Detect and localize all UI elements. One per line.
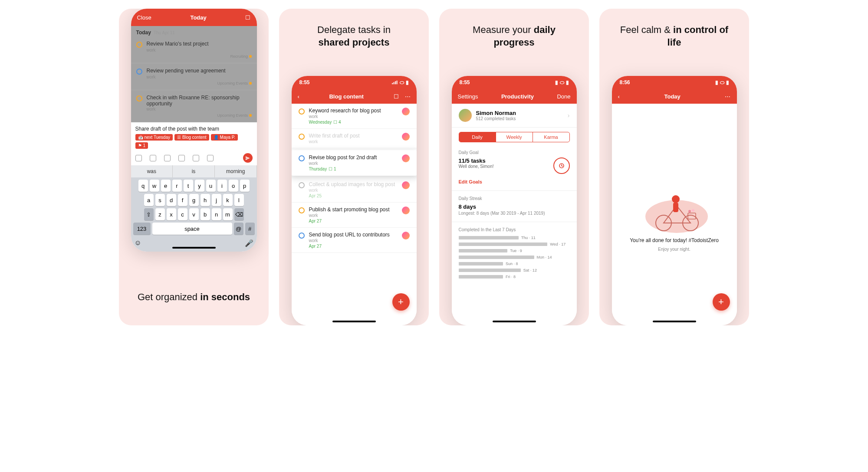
segment-daily[interactable]: Daily — [459, 132, 496, 142]
task-row[interactable]: Review Mario's test projectworkRecruitin… — [131, 36, 257, 63]
at-key[interactable]: @ — [234, 223, 243, 235]
key-h[interactable]: h — [201, 194, 210, 206]
key-b[interactable]: b — [201, 208, 210, 220]
settings-button[interactable]: Settings — [458, 93, 478, 100]
signal-icon — [392, 80, 398, 85]
task-row[interactable]: Publish & start promoting blog postworkA… — [292, 203, 417, 228]
flag-icon[interactable] — [178, 155, 185, 161]
key-s[interactable]: s — [155, 194, 165, 206]
task-checkbox[interactable] — [299, 155, 305, 161]
key-o[interactable]: o — [229, 180, 238, 192]
task-row[interactable]: Write first draft of postwork — [292, 129, 417, 148]
ios-keyboard[interactable]: wasismorning qwertyuiop asdfghjkl ⇧ zxcv… — [131, 165, 257, 252]
key-j[interactable]: j — [212, 194, 221, 206]
key-g[interactable]: g — [189, 194, 199, 206]
history-bar — [459, 243, 548, 246]
list-icon[interactable] — [150, 155, 156, 161]
emoji-key[interactable]: ☺ — [135, 239, 141, 247]
suggestion[interactable]: was — [131, 165, 173, 177]
history-label: Tue · 9 — [510, 249, 522, 253]
task-title: Check in with Roxanne RE: sponsorship op… — [147, 95, 252, 107]
task-row[interactable]: Send blog post URL to contributorsworkAp… — [292, 228, 417, 253]
task-checkbox[interactable] — [136, 42, 142, 48]
key-p[interactable]: p — [240, 180, 250, 192]
back-button[interactable]: ‹ — [298, 93, 299, 100]
calendar-icon[interactable] — [135, 155, 142, 161]
key-v[interactable]: v — [189, 208, 199, 220]
add-task-fab[interactable]: + — [713, 293, 730, 311]
task-row[interactable]: Revise blog post for 2nd draftworkThursd… — [292, 150, 417, 176]
close-button[interactable]: Close — [137, 14, 151, 21]
key-t[interactable]: t — [184, 180, 193, 192]
cast-icon[interactable]: ☐ — [245, 14, 250, 21]
key-f[interactable]: f — [178, 194, 187, 206]
key-y[interactable]: y — [195, 180, 204, 192]
key-x[interactable]: x — [167, 208, 176, 220]
task-title: Publish & start promoting blog post — [309, 206, 398, 213]
pill-date[interactable]: 📅next Tuesday — [135, 134, 173, 141]
task-checkbox[interactable] — [136, 69, 142, 75]
comment-icon[interactable] — [207, 155, 214, 161]
profile-row[interactable]: Simon Norman 512 completed tasks › — [452, 104, 577, 128]
mic-key[interactable]: 🎤 — [245, 239, 253, 247]
key-k[interactable]: k — [223, 194, 233, 206]
task-checkbox[interactable] — [299, 134, 305, 140]
key-w[interactable]: w — [150, 180, 159, 192]
pill-priority[interactable]: ⚑1 — [135, 142, 148, 149]
productivity-content: Simon Norman 512 completed tasks › Daily… — [452, 104, 577, 325]
key-l[interactable]: l — [234, 194, 244, 206]
task-checkbox[interactable] — [136, 95, 142, 102]
key-r[interactable]: r — [172, 180, 182, 192]
key-z[interactable]: z — [155, 208, 165, 220]
task-row[interactable]: Keyword research for blog postworkWednes… — [292, 104, 417, 129]
task-checkbox[interactable] — [299, 182, 305, 188]
suggestion[interactable]: is — [173, 165, 215, 177]
person-icon[interactable] — [193, 155, 199, 161]
shift-key[interactable]: ⇧ — [144, 208, 154, 220]
suggestion[interactable]: morning — [215, 165, 257, 177]
comments-icon[interactable]: ☐ — [394, 93, 399, 100]
pill-project[interactable]: ☰Blog content — [174, 134, 209, 141]
home-indicator[interactable] — [172, 247, 216, 249]
segment-weekly[interactable]: Weekly — [496, 132, 533, 142]
home-indicator[interactable] — [332, 321, 376, 322]
back-button[interactable]: ‹ — [618, 93, 620, 100]
edit-goals-link[interactable]: Edit Goals — [452, 177, 577, 189]
more-icon[interactable]: ⋯ — [725, 93, 730, 100]
screenshot-card-2: Delegate tasks inshared projects 8:55 ⬭▮… — [279, 9, 429, 325]
task-row[interactable]: Review pending venue agreementworkUpcomi… — [131, 63, 257, 90]
pill-assignee[interactable]: 👤Maya P. — [211, 134, 238, 141]
period-segmented-control[interactable]: DailyWeeklyKarma — [459, 132, 570, 142]
task-checkbox[interactable] — [299, 233, 305, 239]
home-indicator[interactable] — [653, 321, 696, 322]
key-i[interactable]: i — [217, 180, 227, 192]
task-row[interactable]: Collect & upload images for blog postwor… — [292, 177, 417, 203]
hash-key[interactable]: # — [245, 223, 255, 235]
home-indicator[interactable] — [493, 321, 536, 322]
key-m[interactable]: m — [223, 208, 233, 220]
task-list[interactable]: Keyword research for blog postworkWednes… — [292, 104, 417, 325]
key-n[interactable]: n — [212, 208, 221, 220]
delete-key[interactable]: ⌫ — [234, 208, 244, 220]
task-input-text[interactable]: Share draft of the post with the team — [135, 126, 253, 132]
task-checkbox[interactable] — [299, 108, 305, 115]
task-checkbox[interactable] — [299, 207, 305, 213]
key-q[interactable]: q — [138, 180, 148, 192]
phone-frame-4: 8:56 ▮⬭▮ ‹ Today ⋯ — [612, 76, 737, 325]
add-task-fab[interactable]: + — [392, 293, 410, 311]
segment-karma[interactable]: Karma — [533, 132, 569, 142]
tag-icon[interactable] — [164, 155, 171, 161]
more-icon[interactable]: ⋯ — [405, 93, 411, 100]
space-key[interactable]: space — [152, 223, 232, 235]
send-button[interactable] — [243, 153, 253, 163]
key-a[interactable]: a — [144, 194, 154, 206]
numeric-key[interactable]: 123 — [133, 223, 151, 235]
history-bar — [459, 275, 503, 279]
key-d[interactable]: d — [167, 194, 176, 206]
key-c[interactable]: c — [178, 208, 187, 220]
key-u[interactable]: u — [206, 180, 216, 192]
wifi-icon: ⬭ — [720, 79, 724, 85]
task-row[interactable]: Check in with Roxanne RE: sponsorship op… — [131, 90, 257, 122]
done-button[interactable]: Done — [557, 93, 570, 100]
key-e[interactable]: e — [161, 180, 171, 192]
